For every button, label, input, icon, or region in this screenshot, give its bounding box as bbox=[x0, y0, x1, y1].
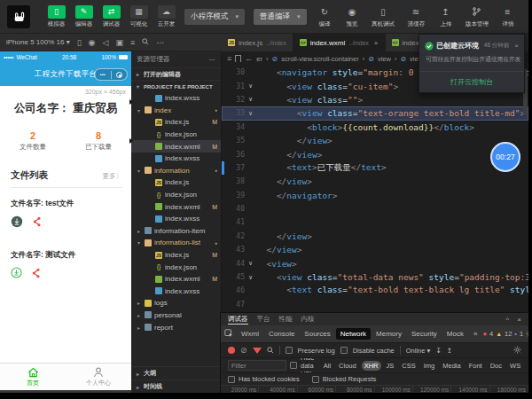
devtools-tab-console[interactable]: Console bbox=[264, 328, 299, 340]
tree-folder[interactable]: ▸report bbox=[131, 321, 221, 333]
panel-tab-性能[interactable]: 性能 bbox=[279, 315, 293, 325]
version-manage-button[interactable]: 版本管理 bbox=[460, 5, 494, 28]
tree-file[interactable]: index.wxss bbox=[131, 286, 221, 298]
filter-input[interactable] bbox=[228, 360, 286, 371]
breadcrumb-item[interactable]: scroll-view.scroll-container bbox=[281, 55, 359, 63]
code-line[interactable]: 32∨ <view class=""> bbox=[222, 93, 528, 106]
tree-file[interactable]: {}index.json bbox=[131, 261, 221, 273]
breadcrumb-item[interactable]: view bbox=[378, 55, 391, 63]
explorer-more-icon[interactable]: ⋯ bbox=[209, 56, 216, 64]
back-icon[interactable]: ← bbox=[245, 54, 253, 63]
filter-funnel-icon[interactable] bbox=[253, 348, 262, 354]
panel-tab-调试器[interactable]: 调试器 bbox=[228, 315, 248, 325]
tab-index-wxml-active[interactable]: <> index.wxml../index × bbox=[293, 34, 386, 51]
compile-mode-dropdown[interactable]: 普通编译 ▾ bbox=[254, 9, 307, 25]
inspect-icon[interactable] bbox=[224, 329, 233, 340]
close-notification-icon[interactable]: × bbox=[514, 42, 519, 50]
network-settings-gear-icon[interactable] bbox=[513, 346, 521, 354]
search-network-icon[interactable] bbox=[267, 347, 274, 354]
close-tab-icon[interactable]: × bbox=[374, 39, 379, 47]
tabbar-personal[interactable]: 个人中心 bbox=[66, 364, 131, 390]
tree-file[interactable]: index.wxmlM bbox=[131, 140, 221, 153]
mode-dropdown[interactable]: 小程序模式 ▾ bbox=[184, 9, 245, 25]
breadcrumb-item[interactable]: er bbox=[256, 55, 262, 63]
disable-cache-checkbox[interactable] bbox=[340, 347, 348, 354]
tree-file[interactable]: index.wxss bbox=[131, 213, 221, 225]
filter-chip-ws[interactable]: WS bbox=[507, 361, 523, 371]
share-icon[interactable] bbox=[30, 268, 41, 278]
section-outline[interactable]: ▸ 大纲 bbox=[131, 366, 221, 379]
filter-chip-img[interactable]: Img bbox=[421, 361, 438, 371]
tree-folder[interactable]: ▾information-list● bbox=[131, 237, 221, 249]
code-line[interactable]: 41 bbox=[222, 215, 528, 229]
upload-button[interactable]: ↥ 上传 bbox=[433, 5, 459, 28]
tree-folder[interactable]: ▸information-item bbox=[131, 225, 221, 238]
clear-cache-button[interactable]: ≋ 清缓存 bbox=[401, 5, 431, 28]
overflow-tabs-icon[interactable]: » bbox=[469, 328, 481, 340]
code-line[interactable]: 40 bbox=[222, 202, 528, 215]
clear-network-icon[interactable]: ⊘ bbox=[240, 346, 247, 355]
code-line[interactable]: 43 </view> bbox=[222, 243, 528, 256]
export-har-icon[interactable]: ↥ bbox=[447, 347, 452, 355]
search-icon[interactable] bbox=[142, 38, 149, 47]
tabbar-home[interactable]: 首页 bbox=[0, 364, 66, 390]
blocked-cookies-checkbox[interactable] bbox=[228, 376, 235, 383]
recording-timer-bubble[interactable]: 00:27 bbox=[490, 142, 520, 172]
filter-chip-all[interactable]: All bbox=[321, 361, 333, 371]
fold-icon[interactable]: ∨ bbox=[245, 96, 256, 103]
record-icon[interactable]: ◉ bbox=[89, 38, 96, 47]
device-selector[interactable]: iPhone 5 100% 16 ▾ bbox=[6, 38, 70, 46]
throttling-dropdown[interactable]: Online ▾ bbox=[406, 347, 431, 355]
bookmark-icon[interactable] bbox=[235, 55, 241, 62]
collapse-panel-icon[interactable]: ^ bbox=[506, 316, 510, 324]
detail-button[interactable]: ≡ 详情 bbox=[495, 5, 521, 28]
import-har-icon[interactable]: ↧ bbox=[435, 347, 441, 355]
devtools-tab-security[interactable]: Security bbox=[407, 328, 442, 340]
devtools-tab-mock[interactable]: Mock bbox=[442, 328, 468, 340]
warning-badge-icon[interactable]: ▲ bbox=[496, 331, 502, 337]
compile-button[interactable]: ↻ 编译 bbox=[311, 5, 338, 28]
filter-chip-css[interactable]: CSS bbox=[399, 361, 418, 371]
code-line[interactable]: 39 </navigator> bbox=[222, 189, 528, 202]
device-debug-button[interactable]: ▯ 真机调试 bbox=[366, 5, 400, 28]
simulator-button[interactable]: ▯ 模拟器 bbox=[43, 5, 70, 28]
tree-file[interactable]: index.wxss bbox=[131, 153, 221, 165]
tree-file[interactable]: JSindex.js bbox=[131, 176, 221, 189]
code-line[interactable]: 47 bbox=[222, 298, 528, 311]
code-line[interactable]: 45∨ <view class="total-data news" style=… bbox=[222, 270, 528, 284]
tab-index-js[interactable]: JS index.js../index bbox=[222, 34, 293, 51]
devtools-tab-sources[interactable]: Sources bbox=[300, 328, 334, 340]
cloud-dev-button[interactable]: ☁ 云开发 bbox=[153, 5, 180, 28]
filter-chip-media[interactable]: Media bbox=[440, 361, 463, 371]
editor-button[interactable]: ✎ 编辑器 bbox=[71, 5, 98, 28]
panel-tab-内核[interactable]: 内核 bbox=[301, 315, 315, 325]
tree-folder[interactable]: ▾information● bbox=[131, 165, 221, 177]
menu-icon[interactable]: ≡ bbox=[130, 38, 135, 47]
fold-icon[interactable]: ∨ bbox=[245, 260, 256, 267]
rotate-icon[interactable]: ▣ bbox=[115, 38, 123, 47]
filter-chip-doc[interactable]: Doc bbox=[488, 361, 505, 371]
code-line[interactable]: 36 </view> bbox=[222, 147, 528, 160]
tree-folder[interactable]: ▾index● bbox=[131, 105, 221, 117]
close-panel-icon[interactable]: × bbox=[517, 316, 521, 324]
visualization-button[interactable]: ▦ 可视化 bbox=[126, 5, 153, 28]
filter-chip-font[interactable]: Font bbox=[466, 361, 485, 371]
filter-chip-xhr[interactable]: XHR bbox=[362, 361, 381, 371]
code-line[interactable]: 38 </view> bbox=[222, 175, 528, 188]
tree-file[interactable]: JSindex.jsM bbox=[131, 249, 221, 262]
filter-chip-cloud[interactable]: Cloud bbox=[336, 361, 359, 371]
debugger-button[interactable]: ⇄ 调试器 bbox=[98, 5, 125, 28]
share-icon[interactable] bbox=[31, 216, 42, 227]
preview-button[interactable]: ◉ 预览 bbox=[339, 5, 365, 28]
devtools-tab-memory[interactable]: Memory bbox=[372, 328, 406, 340]
code-line[interactable]: 37 <text>已下载量</text> bbox=[222, 161, 528, 175]
section-project-files[interactable]: ▾ PROJUECT FILE PROJECT bbox=[131, 80, 221, 92]
gear-icon[interactable] bbox=[526, 330, 528, 338]
record-network-icon[interactable] bbox=[228, 347, 235, 354]
filter-chip-js[interactable]: JS bbox=[384, 361, 397, 371]
fold-icon[interactable]: ∨ bbox=[245, 110, 256, 117]
tree-folder[interactable]: ▸personal bbox=[131, 309, 221, 322]
download-icon[interactable] bbox=[11, 215, 23, 228]
code-line[interactable]: 46 <text class="text-bold text-black lg … bbox=[222, 284, 528, 297]
phone-icon[interactable]: ▯ bbox=[77, 38, 82, 47]
